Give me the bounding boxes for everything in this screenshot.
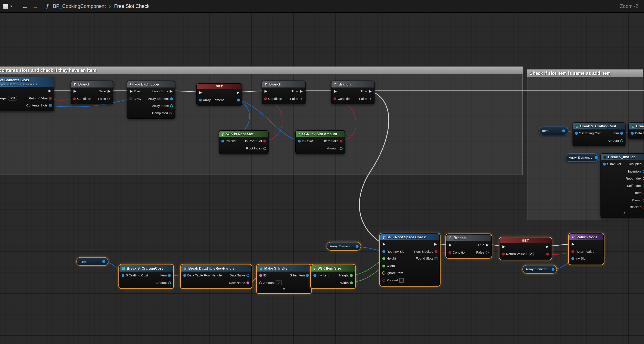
inv-item-pin-in[interactable] — [313, 274, 316, 277]
node-header[interactable]: SET — [197, 84, 242, 89]
inv-slot-pin-in[interactable] — [571, 257, 574, 260]
node-header[interactable]: ⊟Break DataTableRowHandle — [629, 123, 644, 130]
item-valid-pin-out[interactable] — [340, 140, 342, 142]
s-inv-item-pin-out[interactable] — [306, 274, 309, 277]
pill-item-right[interactable]: Item — [539, 126, 568, 135]
width-pin-out[interactable] — [350, 281, 353, 284]
node-get-contents-slots[interactable]: ƒGet Contents SlotsTarget is BP Cooking … — [0, 77, 54, 111]
loop-body-pin-out[interactable]: ▶ — [169, 90, 173, 93]
forward-button[interactable]: → — [32, 3, 38, 9]
data-table-row-handle-pin-in[interactable] — [183, 274, 186, 277]
node-set-array-element[interactable]: SET▶▶Array Element L — [196, 84, 242, 106]
rotated-pin-in[interactable] — [382, 279, 385, 282]
node-header[interactable]: ⊟Break S_CraftingCost — [120, 265, 173, 272]
node-header[interactable]: ƒSGK Item Size — [312, 265, 355, 272]
root-inv-slot-pin-in[interactable] — [382, 250, 385, 253]
amount-pin-out[interactable] — [340, 147, 342, 150]
node-sgk-item-size[interactable]: ƒSGK Item SizeInv ItemHeightWidth — [311, 264, 356, 288]
ignore-item-pin-in[interactable] — [382, 271, 386, 275]
self-index-pin-out[interactable] — [643, 184, 644, 187]
pill-array-element-bottomright[interactable]: Array Element L — [522, 265, 557, 274]
node-set-return-value[interactable]: SET▶▶Return Value L✓ — [500, 238, 552, 260]
node-header[interactable]: ⊟Break S_InvSlot — [601, 154, 644, 160]
condition-pin-in[interactable] — [73, 97, 76, 100]
node-header[interactable]: ↱Branch — [262, 81, 305, 88]
blueprint-icon[interactable] — [3, 4, 8, 9]
obj-pin-out[interactable] — [237, 98, 240, 101]
clump-pin-out[interactable] — [643, 199, 644, 202]
height-pin-in[interactable] — [382, 257, 385, 260]
return-value-l-checkbox[interactable]: ✓ — [529, 252, 534, 256]
condition-pin-in[interactable] — [334, 97, 336, 100]
true-pin-out[interactable]: ▶ — [368, 90, 372, 93]
node-break-crafting-cost-bottom[interactable]: ⊟Break S_CraftingCostS Crafting CostItem… — [119, 264, 173, 288]
node-break-datatable-bottom[interactable]: ⊟Break DataTableRowHandleData Table Row … — [180, 264, 252, 288]
node-header[interactable]: ↱Branch — [332, 81, 374, 88]
completed-pin-out[interactable]: ▷ — [169, 111, 173, 115]
exec-pin-in[interactable]: ▶ — [73, 90, 77, 93]
return-value-pin-in[interactable] — [571, 250, 574, 253]
inv-slot-pin-in[interactable] — [298, 140, 300, 142]
exec-pin-in[interactable]: ▶ — [129, 90, 133, 93]
inv-slot-pin-in[interactable] — [222, 140, 224, 142]
node-foreach-loop[interactable]: ↻For Each Loop▶ExecLoop Body▶ArrayArray … — [127, 80, 176, 119]
rotated-checkbox[interactable] — [399, 278, 404, 282]
exec-pin-in[interactable]: ▶ — [502, 245, 506, 249]
node-header[interactable]: ↱Branch — [71, 81, 113, 88]
node-branch-1[interactable]: ↱Branch▶True▶ConditionFalse▷ — [71, 80, 114, 104]
row-name-pin-out[interactable] — [246, 281, 249, 284]
array-element-l-pin-out[interactable] — [356, 245, 359, 248]
blueprint-dropdown-chevron[interactable]: ▾ — [10, 4, 12, 8]
exec-pin-out[interactable]: ▶ — [236, 91, 240, 94]
exec-pin-out[interactable]: ▶ — [434, 242, 437, 246]
array-element-pin-out[interactable] — [170, 97, 173, 100]
s-crafting-cost-pin-in[interactable] — [122, 274, 124, 277]
true-pin-out[interactable]: ▶ — [107, 90, 111, 93]
false-pin-out[interactable]: ▷ — [368, 97, 372, 100]
back-button[interactable]: ← — [22, 3, 28, 9]
target-input[interactable]: self — [8, 96, 17, 101]
item-pin-out[interactable] — [168, 274, 171, 277]
height-pin-out[interactable] — [350, 274, 353, 277]
inventory-pin-out[interactable] — [643, 170, 644, 173]
exec-pin-in[interactable]: ▶ — [571, 242, 575, 246]
node-branch-4[interactable]: ↱Branch▶True▶ConditionFalse▷ — [446, 234, 492, 258]
graph-canvas[interactable]: contents slots and check if they have an… — [0, 0, 644, 344]
node-sgk-is-root-slot[interactable]: ƒSGK Is Root SlotInv SlotIs Root SlotRoo… — [219, 130, 269, 154]
node-make-invitem[interactable]: ⊞Make S_InvItemIDS Inv ItemAmount0∨ — [257, 264, 312, 293]
s-crafting-cost-pin-in[interactable] — [575, 132, 578, 135]
breadcrumb-blueprint[interactable]: BP_CookingComponent — [53, 3, 106, 9]
node-break-invslot[interactable]: ⊟Break S_InvSlotS Inv SlotOccupiedInvent… — [600, 153, 644, 218]
root-index-pin-out[interactable] — [643, 177, 644, 180]
node-header[interactable]: ⊟Break DataTableRowHandle — [181, 265, 251, 272]
condition-pin-in[interactable] — [448, 251, 451, 254]
data-table-pin-out[interactable] — [246, 274, 249, 277]
node-header[interactable]: ⊞Make S_InvItem — [257, 265, 311, 272]
false-pin-out[interactable]: ▷ — [107, 97, 111, 100]
node-return[interactable]: ↩Return Node▶Return ValueInv Slot — [569, 233, 604, 264]
amount-input[interactable]: 0 — [276, 280, 282, 285]
node-branch-2[interactable]: ↱Branch▶True▶ConditionFalse▷ — [262, 80, 306, 104]
array-index-pin-out[interactable] — [170, 104, 173, 107]
occupied-pin-out[interactable] — [643, 163, 644, 166]
node-header[interactable]: ƒSGK Root Space Check — [380, 234, 440, 240]
s-inv-slot-pin-in[interactable] — [603, 163, 606, 166]
node-header[interactable]: ƒSGK Inv Slot Amount — [296, 131, 345, 137]
blocked-pin-out[interactable] — [643, 206, 644, 209]
exec-pin-out[interactable]: ▶ — [48, 89, 52, 93]
exec-pin-in[interactable]: ▶ — [382, 242, 386, 246]
true-pin-out[interactable]: ▶ — [300, 90, 303, 93]
is-root-slot-pin-out[interactable] — [263, 140, 266, 142]
item-pin-out[interactable] — [643, 192, 644, 194]
exec-pin-in[interactable]: ▶ — [448, 243, 452, 247]
root-index-pin-out[interactable] — [263, 147, 266, 150]
item-pin-out[interactable] — [102, 260, 105, 263]
bool-pin-out[interactable] — [546, 252, 549, 255]
array-pin-in[interactable] — [129, 97, 132, 100]
node-header[interactable]: ↩Return Node — [569, 234, 603, 240]
amount-pin-out[interactable] — [168, 281, 171, 284]
node-break-datatable-right[interactable]: ⊟Break DataTableRowHandleData Table Row … — [628, 122, 644, 139]
node-header[interactable]: ⊟Break S_CraftingCost — [573, 123, 625, 130]
array-element-l-pin-out[interactable] — [552, 268, 554, 271]
pill-item-bottom[interactable]: Item — [76, 257, 108, 266]
